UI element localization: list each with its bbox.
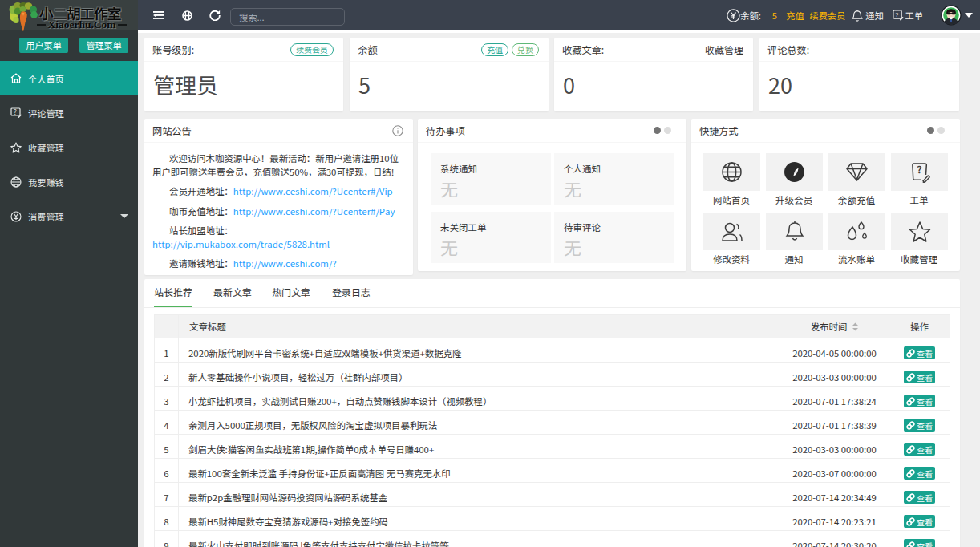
- svg-text:?: ?: [895, 11, 898, 18]
- svg-text:?: ?: [14, 107, 17, 116]
- svg-text:?: ?: [917, 161, 921, 176]
